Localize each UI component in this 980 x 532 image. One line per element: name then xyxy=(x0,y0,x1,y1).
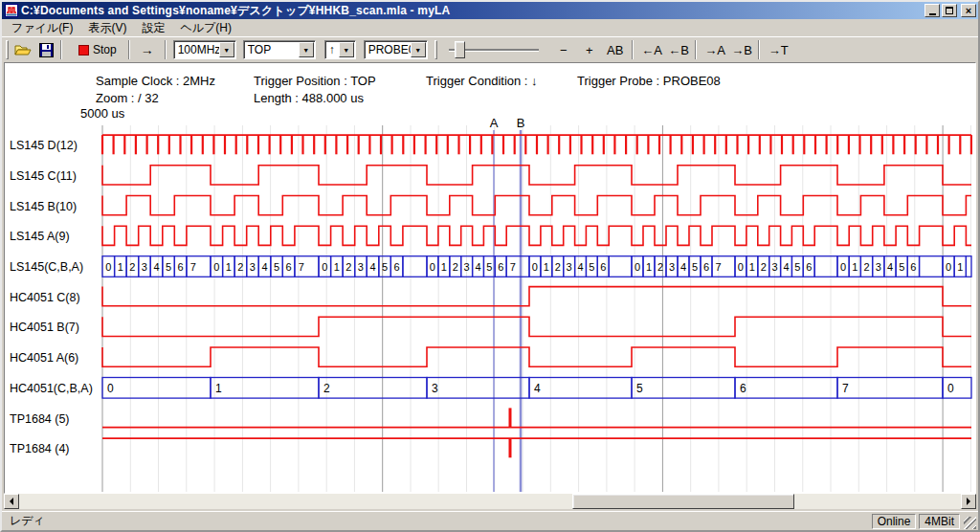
sample-clock-combo[interactable]: 100MHz ▼ xyxy=(173,40,236,59)
toolbar-separator xyxy=(758,40,760,59)
toolbar-separator xyxy=(632,40,634,59)
window-controls: × xyxy=(924,4,976,17)
bus-value: 4 xyxy=(887,261,893,273)
bus-value: 5 xyxy=(274,261,279,273)
bus-value: 1 xyxy=(749,261,755,273)
zoom-slider[interactable] xyxy=(447,40,541,59)
menu-view[interactable]: 表示(V) xyxy=(80,18,134,38)
bus-value: 1 xyxy=(118,261,123,273)
maximize-button[interactable] xyxy=(942,4,957,17)
channel-label: LS145 C(11) xyxy=(10,169,77,183)
bus-value: 4 xyxy=(577,261,583,273)
channel-label: LS145 D(12) xyxy=(10,139,78,152)
bus-value: 5 xyxy=(486,261,492,273)
move-a-right-button[interactable]: →A xyxy=(702,39,728,60)
trigger-probe-combo[interactable]: PROBE00 ▼ xyxy=(364,40,428,59)
scroll-left-button[interactable] xyxy=(4,494,19,509)
run-button[interactable]: → xyxy=(133,39,162,60)
scroll-right-button[interactable] xyxy=(961,494,976,509)
channel-label: TP1684 (5) xyxy=(10,412,70,426)
menu-help[interactable]: ヘルプ(H) xyxy=(172,18,239,38)
bus-value: 7 xyxy=(299,261,304,273)
bus-cell xyxy=(211,378,319,399)
bus-value: 2 xyxy=(555,261,561,273)
bus-value: 0 xyxy=(213,261,219,273)
bus-value: 3 xyxy=(669,261,675,273)
triangle-right-icon xyxy=(967,498,970,505)
chevron-down-icon[interactable]: ▼ xyxy=(219,42,234,57)
open-file-button[interactable] xyxy=(11,39,35,60)
toolbar-separator xyxy=(60,40,62,59)
title-bar[interactable]: C:¥Documents and Settings¥noname¥デスクトップ¥… xyxy=(2,2,978,19)
bus-value: 3 xyxy=(567,261,572,273)
move-a-left-button[interactable]: ←A xyxy=(639,39,665,60)
menu-settings[interactable]: 設定 xyxy=(134,18,172,38)
bus-cell xyxy=(735,378,837,399)
bus-value: 3 xyxy=(432,382,438,395)
bus-value: 7 xyxy=(842,382,849,395)
bus-value: 6 xyxy=(498,261,503,273)
bus-value: 3 xyxy=(250,261,256,273)
channel-trace xyxy=(102,166,971,185)
move-b-right-button[interactable]: →B xyxy=(729,39,755,60)
menu-file[interactable]: ファイル(F) xyxy=(4,18,80,38)
zoom-slider-thumb[interactable] xyxy=(455,41,465,58)
ab-button[interactable]: AB xyxy=(602,39,629,60)
maximize-icon xyxy=(946,7,953,14)
bus-value: 4 xyxy=(153,261,159,273)
bus-value: 1 xyxy=(334,261,340,273)
trigger-edge-combo[interactable]: ↑ ▼ xyxy=(324,40,356,59)
close-button[interactable]: × xyxy=(961,4,976,17)
marker-b-label: B xyxy=(517,116,525,130)
bus-value: 6 xyxy=(178,261,184,273)
open-folder-icon xyxy=(14,43,32,57)
minimize-button[interactable] xyxy=(924,4,940,17)
bus-value: 0 xyxy=(105,261,111,273)
resize-grip[interactable] xyxy=(964,517,976,529)
bus-value: 3 xyxy=(142,261,147,273)
chevron-down-icon[interactable]: ▼ xyxy=(411,42,426,57)
bus-value: 2 xyxy=(345,261,351,273)
menu-bar: ファイル(F) 表示(V) 設定 ヘルプ(H) xyxy=(2,19,978,36)
bus-value: 0 xyxy=(107,382,114,395)
goto-trigger-button[interactable]: →T xyxy=(766,39,791,60)
channel-trace xyxy=(102,196,971,215)
horizontal-scrollbar[interactable] xyxy=(4,494,976,509)
zoom-out-button[interactable]: − xyxy=(552,39,575,60)
zoom-in-button[interactable]: + xyxy=(578,39,601,60)
bus-value: 6 xyxy=(600,261,606,273)
toolbar-grip[interactable] xyxy=(434,40,437,59)
bus-value: 3 xyxy=(358,261,364,273)
bus-value: 0 xyxy=(430,261,435,273)
status-online-badge: Online xyxy=(872,514,917,529)
app-window: C:¥Documents and Settings¥noname¥デスクトップ¥… xyxy=(0,0,980,532)
bus-value: 1 xyxy=(441,261,447,273)
bus-cell xyxy=(403,256,427,277)
toolbar: Stop → 100MHz ▼ TOP ▼ ↑ ▼ PROBE00 ▼ − + xyxy=(2,36,978,62)
bus-cell xyxy=(102,378,211,399)
chevron-down-icon[interactable]: ▼ xyxy=(339,42,354,57)
window-title: C:¥Documents and Settings¥noname¥デスクトップ¥… xyxy=(21,3,924,19)
bus-value: 5 xyxy=(382,261,388,273)
bus-value: 6 xyxy=(286,261,292,273)
status-ready-text: レディ xyxy=(4,513,869,529)
stop-button[interactable]: Stop xyxy=(75,39,121,60)
bus-value: 4 xyxy=(534,382,541,395)
bus-value: 3 xyxy=(464,261,470,273)
channel-label: LS145 B(10) xyxy=(10,200,77,213)
bus-value: 1 xyxy=(957,261,963,273)
bus-value: 7 xyxy=(510,261,516,273)
toolbar-grip[interactable] xyxy=(6,40,9,59)
app-icon xyxy=(5,4,18,17)
bus-value: 2 xyxy=(864,261,870,273)
bus-value: 4 xyxy=(783,261,789,273)
channel-label: HC4051 C(8) xyxy=(10,291,80,304)
channel-label: HC4051(C,B,A) xyxy=(10,382,93,395)
scrollbar-thumb[interactable] xyxy=(572,494,794,509)
save-file-button[interactable] xyxy=(35,39,57,60)
chevron-down-icon[interactable]: ▼ xyxy=(299,42,314,57)
trigger-position-combo[interactable]: TOP ▼ xyxy=(243,40,316,59)
move-b-left-button[interactable]: ←B xyxy=(666,39,692,60)
bus-cell xyxy=(837,378,943,399)
toolbar-separator xyxy=(128,40,130,59)
